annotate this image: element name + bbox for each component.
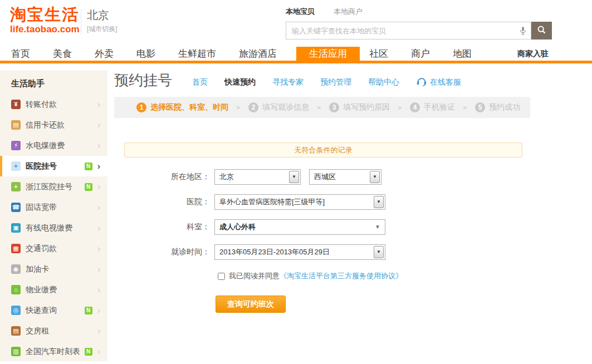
sidebar-item[interactable]: ⚡ 水电煤缴费 ›: [0, 135, 107, 156]
nav-item[interactable]: 电影: [136, 47, 155, 61]
microphone-icon[interactable]: [520, 26, 526, 37]
sidebar-item[interactable]: ⌂ 物业缴费 ›: [0, 279, 107, 300]
sidebar-item[interactable]: ▦ 交通罚款 ›: [0, 238, 107, 259]
sidebar: 生活助手 ¥ 转账付款 › ▤ 信用卡还款: [0, 70, 107, 361]
merchant-join-link[interactable]: 商家入驻: [517, 47, 549, 61]
search-input-wrap: [286, 22, 531, 40]
search-icon: [537, 25, 546, 36]
city-select[interactable]: 北京 ▼: [214, 169, 301, 185]
phone-broadband-icon: ☎: [11, 203, 21, 212]
department-select-value: 成人心外科: [219, 223, 256, 231]
search-input[interactable]: [286, 22, 531, 40]
nav-item[interactable]: 生鲜超市: [178, 47, 216, 61]
logo-title: 淘宝生活: [10, 6, 80, 24]
sidebar-item[interactable]: + 医院挂号 N ›: [0, 156, 107, 176]
nav-item[interactable]: 生活应用: [296, 47, 360, 61]
transfer-payment-icon: ¥: [11, 100, 21, 109]
appointment-tab[interactable]: 帮助中心: [368, 77, 399, 87]
agreement-checkbox[interactable]: [218, 273, 225, 280]
district-select-value: 西城区: [314, 173, 336, 181]
appointment-tabs: 首页 快速预约 寻找专家 预约管理 帮助中心: [192, 73, 399, 87]
sidebar-item-label: 水电煤缴费: [26, 141, 65, 151]
steps-bar: 1 选择医院、科室、时间 ＞ 2 填写就诊信息 ＞ 3 填写预约原因: [114, 97, 530, 118]
online-service-link[interactable]: 在线客服: [416, 72, 461, 88]
sidebar-item[interactable]: ▤ 交房租 ›: [0, 321, 107, 341]
sidebar-item-label: 有线电视缴费: [26, 223, 72, 233]
page-title: 预约挂号: [114, 71, 172, 89]
dropdown-button-icon[interactable]: ▼: [289, 171, 299, 183]
page-header: 淘宝生活 life.taobao.com 北京 [城市切换] 本地宝贝 本地商户: [0, 0, 592, 47]
nav-item[interactable]: 社区: [369, 47, 388, 61]
dropdown-button-icon[interactable]: ▼: [374, 196, 384, 208]
new-badge: N: [85, 163, 92, 170]
step-separator-icon: ＞: [462, 103, 468, 112]
wizard-step: ＞ 5 预约成功: [455, 102, 520, 112]
chevron-right-icon: ›: [97, 327, 100, 336]
agreement-link[interactable]: 《淘宝生活平台第三方服务使用协议》: [280, 271, 403, 281]
search-tab[interactable]: 本地宝贝: [286, 7, 315, 17]
search-area: 本地宝贝 本地商户: [286, 7, 559, 40]
search-tab[interactable]: 本地商户: [334, 7, 363, 17]
nav-items: 首页 美食 外卖 电影 生鲜超市 旅游酒店 生活应用 社区 商户 地图: [11, 47, 495, 61]
sidebar-item[interactable]: ▥ 全国汽车时刻表 N ›: [0, 341, 107, 362]
rent-pay-icon: ▤: [11, 326, 21, 336]
region-row: 所在地区： 北京 ▼ 西城区 ▼: [114, 169, 592, 185]
sidebar-item-label: 信用卡还款: [26, 120, 65, 130]
dropdown-arrow-icon: ▼: [375, 220, 380, 234]
hospital-register-icon: +: [11, 161, 21, 171]
appointment-tab[interactable]: 预约管理: [320, 77, 351, 87]
sidebar-item[interactable]: ◎ 快递查询 N ›: [0, 300, 107, 321]
step-label: 填写预约原因: [343, 102, 390, 112]
search-button[interactable]: [531, 22, 552, 40]
chevron-right-icon: ›: [97, 183, 100, 191]
sidebar-item-label: 转账付款: [26, 100, 57, 110]
wizard-step: ＞ 4 手机验证: [390, 102, 455, 112]
zhejiang-hospital-icon: +: [11, 182, 21, 191]
nav-item[interactable]: 外卖: [95, 47, 114, 61]
hospital-select[interactable]: 阜外心血管病医院特需[三级甲等] ▼: [214, 194, 385, 210]
city-switch-link[interactable]: [城市切换]: [87, 24, 118, 34]
appointment-tab[interactable]: 寻找专家: [272, 77, 304, 87]
department-select[interactable]: 成人心外科 ▼: [214, 219, 385, 235]
department-label: 科室：: [114, 222, 210, 232]
nav-item[interactable]: 旅游酒店: [239, 47, 277, 61]
chevron-right-icon: ›: [97, 121, 100, 130]
dropdown-button-icon[interactable]: ▼: [370, 171, 380, 183]
sidebar-item[interactable]: ☎ 固话宽带 ›: [0, 197, 107, 218]
dropdown-button-icon[interactable]: ▼: [374, 246, 384, 258]
wizard-step: 1 选择医院、科室、时间: [136, 102, 228, 112]
chevron-right-icon: ›: [97, 100, 100, 109]
sidebar-item-label: 物业缴费: [26, 285, 57, 295]
step-separator-icon: ＞: [235, 103, 242, 112]
nav-item[interactable]: 首页: [11, 47, 30, 61]
nav-item[interactable]: 美食: [53, 47, 72, 61]
appointment-tab[interactable]: 快速预约: [224, 77, 256, 87]
appointment-tab[interactable]: 首页: [192, 77, 208, 87]
site-logo[interactable]: 淘宝生活 life.taobao.com: [10, 6, 80, 35]
nav-item[interactable]: 地图: [453, 47, 472, 61]
sidebar-item-label: 浙江医院挂号: [26, 182, 72, 192]
query-schedule-button[interactable]: 查询可约班次: [216, 296, 286, 313]
logo-domain: life.taobao.com: [10, 24, 80, 35]
nav-item[interactable]: 商户: [411, 47, 430, 61]
hospital-row: 医院： 阜外心血管病医院特需[三级甲等] ▼: [114, 194, 592, 210]
credit-card-repay-icon: ▤: [11, 120, 21, 130]
step-number: 2: [248, 102, 258, 112]
fuel-card-icon: ◉: [11, 264, 21, 274]
chevron-right-icon: ›: [97, 203, 100, 212]
new-badge: N: [85, 348, 92, 356]
sidebar-items: ¥ 转账付款 › ▤ 信用卡还款 ›: [0, 94, 107, 362]
sidebar-item[interactable]: + 浙江医院挂号 N ›: [0, 176, 107, 197]
sidebar-title: 生活助手: [0, 70, 107, 94]
sidebar-item[interactable]: ▣ 有线电视缴费 ›: [0, 218, 107, 238]
city-block: 北京 [城市切换]: [87, 8, 118, 34]
online-service-label: 在线客服: [430, 77, 461, 87]
district-select[interactable]: 西城区 ▼: [309, 169, 381, 185]
sidebar-item[interactable]: ◉ 加油卡 ›: [0, 259, 107, 279]
page-body: 生活助手 ¥ 转账付款 › ▤ 信用卡还款: [0, 63, 592, 361]
sidebar-item[interactable]: ¥ 转账付款 ›: [0, 94, 107, 115]
hospital-label: 医院：: [114, 197, 210, 207]
sidebar-item[interactable]: ▤ 信用卡还款 ›: [0, 115, 107, 135]
visit-time-select[interactable]: 2013年05月23日-2013年05月29日 ▼: [214, 244, 385, 260]
step-label: 填写就诊信息: [262, 102, 309, 112]
